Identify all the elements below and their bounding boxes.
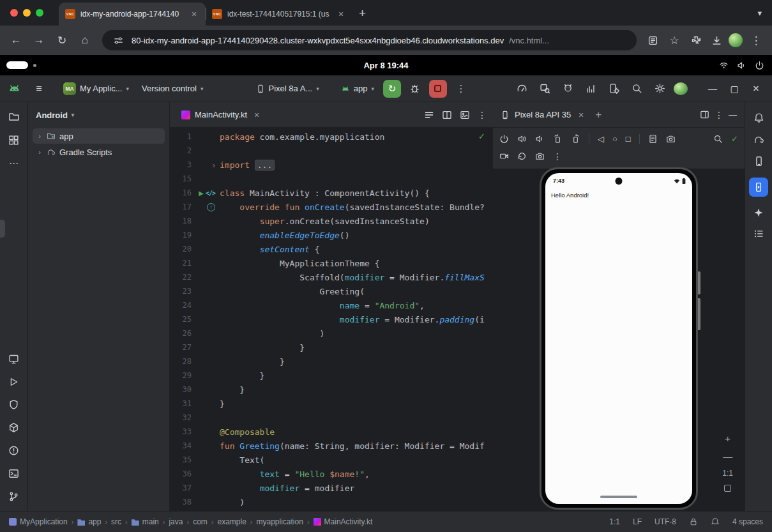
bookmark-star-icon[interactable]: ☆ bbox=[665, 31, 684, 50]
site-info-icon[interactable] bbox=[110, 36, 126, 45]
restore-window-icon[interactable]: ▢ bbox=[726, 84, 743, 94]
main-menu-icon[interactable]: ≡ bbox=[30, 80, 48, 98]
minimize-window-icon[interactable]: — bbox=[704, 84, 721, 94]
browser-tab-active[interactable]: VNC idx-my-android-app-1744140 × bbox=[59, 3, 206, 26]
problems-tool-icon[interactable] bbox=[8, 445, 19, 456]
tab-search-button[interactable]: ▾ bbox=[757, 8, 762, 18]
more-actions-icon[interactable]: ⋮ bbox=[452, 80, 470, 98]
search-everywhere-icon[interactable] bbox=[628, 80, 646, 98]
take-screenshot-icon[interactable] bbox=[535, 151, 545, 161]
debug-button[interactable] bbox=[406, 80, 424, 98]
resource-manager-icon[interactable] bbox=[8, 135, 19, 146]
volume-up-icon[interactable] bbox=[517, 134, 527, 144]
running-devices-tool-icon[interactable] bbox=[749, 178, 768, 197]
readonly-lock-icon[interactable] bbox=[689, 517, 698, 526]
override-gutter-icon[interactable]: ↑ bbox=[207, 203, 215, 211]
macos-minimize-button[interactable] bbox=[23, 9, 31, 17]
settings-icon[interactable] bbox=[651, 80, 669, 98]
logcat-tool-icon[interactable] bbox=[8, 422, 19, 433]
device-selector[interactable]: Pixel 8a A... ▾ bbox=[252, 81, 323, 96]
zoom-level-label[interactable]: 1:1 bbox=[722, 469, 733, 478]
terminal-tool-icon[interactable] bbox=[8, 468, 19, 479]
editor-tab-mainactivity[interactable]: MainActivity.kt × bbox=[176, 102, 267, 127]
address-bar[interactable]: 80-idx-my-android-app-1744140290428.clus… bbox=[102, 30, 637, 50]
compose-gutter-icon[interactable]: </> bbox=[206, 190, 215, 197]
logcat-icon[interactable] bbox=[559, 80, 577, 98]
tree-item-app[interactable]: › app bbox=[33, 128, 165, 144]
back-button[interactable]: ← bbox=[6, 31, 26, 50]
zoom-in-button[interactable]: + bbox=[725, 433, 730, 444]
breadcrumb-item[interactable]: MyApplication bbox=[9, 517, 68, 526]
zoom-out-button[interactable]: — bbox=[723, 451, 732, 462]
structure-tool-icon[interactable] bbox=[753, 229, 764, 239]
tree-item-gradle-scripts[interactable]: › Gradle Scripts bbox=[33, 144, 165, 160]
device-power-icon[interactable] bbox=[499, 134, 509, 144]
rotate-right-icon[interactable] bbox=[571, 134, 580, 144]
project-widget[interactable]: MA My Applic... ▾ bbox=[59, 80, 133, 98]
breadcrumb-item[interactable]: MainActivity.kt bbox=[314, 517, 373, 526]
android-back-button[interactable]: ◁ bbox=[598, 134, 604, 144]
gemini-icon[interactable] bbox=[753, 208, 764, 218]
browser-menu-icon[interactable]: ⋮ bbox=[746, 31, 766, 50]
home-button[interactable]: ⌂ bbox=[75, 31, 95, 50]
close-window-icon[interactable]: × bbox=[748, 82, 764, 95]
breadcrumb-item[interactable]: app bbox=[77, 517, 101, 526]
app-quality-insights-icon[interactable] bbox=[582, 80, 600, 98]
gesture-pill[interactable] bbox=[600, 496, 637, 498]
volume-down-icon[interactable] bbox=[535, 134, 545, 144]
profiler-icon[interactable] bbox=[513, 80, 531, 98]
editor-more-icon[interactable]: ⋮ bbox=[478, 110, 487, 120]
zoom-fit-button[interactable] bbox=[724, 485, 731, 492]
browser-tab-inactive[interactable]: VNC idx-test-1744140517915:1 (us × bbox=[206, 3, 352, 26]
split-view-icon[interactable] bbox=[442, 110, 452, 120]
screenshot-icon[interactable] bbox=[648, 134, 658, 144]
code-view-icon[interactable] bbox=[424, 110, 434, 120]
reading-list-icon[interactable] bbox=[644, 35, 661, 46]
rotate-left-icon[interactable] bbox=[553, 134, 563, 144]
breadcrumb-item[interactable]: src bbox=[111, 517, 121, 526]
line-separator-widget[interactable]: LF bbox=[633, 517, 642, 526]
android-overview-button[interactable]: □ bbox=[626, 134, 631, 144]
forward-button[interactable]: → bbox=[29, 31, 49, 50]
device-manager-tool-icon[interactable] bbox=[753, 156, 764, 167]
encoding-widget[interactable]: UTF-8 bbox=[655, 517, 676, 526]
breadcrumb-item[interactable]: java bbox=[169, 517, 183, 526]
screen-record-icon[interactable] bbox=[499, 151, 509, 161]
hide-panel-icon[interactable]: — bbox=[729, 110, 737, 119]
app-inspection-icon[interactable] bbox=[536, 80, 554, 98]
breadcrumb-item[interactable]: main bbox=[132, 517, 159, 526]
version-control-tool-icon[interactable] bbox=[8, 491, 19, 502]
tab-close-icon[interactable]: × bbox=[336, 9, 346, 19]
notifications-bell-icon[interactable] bbox=[753, 112, 764, 123]
device-manager-icon[interactable] bbox=[605, 80, 623, 98]
system-tray[interactable] bbox=[719, 55, 764, 75]
workspace-indicator[interactable] bbox=[6, 61, 28, 69]
breadcrumb-item[interactable]: myapplication bbox=[257, 517, 303, 526]
workspace-dot[interactable] bbox=[33, 64, 36, 67]
user-avatar[interactable] bbox=[674, 82, 688, 95]
device-tab-label[interactable]: Pixel 8a API 35 bbox=[515, 110, 571, 119]
new-tab-button[interactable]: + bbox=[359, 6, 366, 20]
indent-widget[interactable]: 4 spaces bbox=[732, 517, 763, 526]
run-tool-icon[interactable] bbox=[9, 377, 19, 387]
device-more-icon[interactable]: ⋮ bbox=[553, 151, 562, 162]
expand-chevron-icon[interactable]: › bbox=[36, 132, 43, 140]
project-view-selector[interactable]: Android ▾ bbox=[28, 102, 169, 128]
panel-layout-icon[interactable] bbox=[700, 110, 709, 119]
stripe-drag-handle[interactable] bbox=[0, 220, 5, 238]
gradle-tool-icon[interactable] bbox=[753, 134, 764, 145]
vcs-widget[interactable]: Version control ▾ bbox=[138, 81, 208, 96]
profile-avatar[interactable] bbox=[729, 33, 743, 47]
expand-chevron-icon[interactable]: › bbox=[36, 148, 43, 156]
rerun-button[interactable]: ↻ bbox=[383, 80, 401, 98]
macos-fullscreen-button[interactable] bbox=[36, 9, 43, 17]
stop-button[interactable] bbox=[429, 80, 447, 98]
project-tool-icon[interactable] bbox=[8, 111, 20, 123]
android-home-button[interactable]: ○ bbox=[612, 134, 617, 144]
code-editor[interactable]: 1package com.example.myapplication23›imp… bbox=[170, 128, 493, 511]
tab-close-icon[interactable]: × bbox=[252, 110, 262, 120]
tab-close-icon[interactable]: × bbox=[189, 9, 199, 19]
build-variants-icon[interactable] bbox=[8, 399, 19, 410]
camera-icon[interactable] bbox=[666, 134, 676, 144]
caret-position-widget[interactable]: 1:1 bbox=[609, 517, 620, 526]
